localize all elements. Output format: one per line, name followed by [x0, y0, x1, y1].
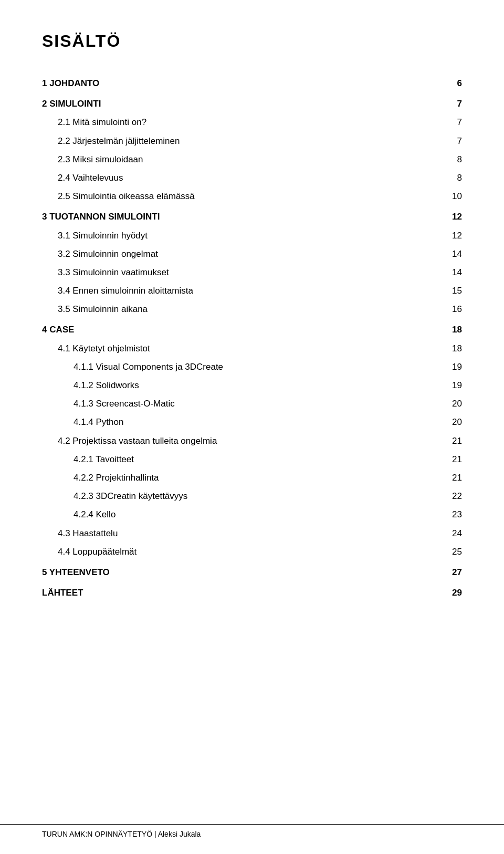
toc-label-item-4-2: 4.2 Projektissa vastaan tulleita ongelmi… [42, 432, 399, 450]
toc-page-item-3-2: 14 [399, 245, 462, 263]
toc-label-item-4-1-3: 4.1.3 Screencast-O-Matic [42, 394, 399, 413]
toc-row: 3.5 Simuloinnin aikana16 [42, 300, 462, 318]
toc-label-item-2-4: 2.4 Vaihtelevuus [42, 169, 399, 187]
toc-row: 2.2 Järjestelmän jäljitteleminen7 [42, 132, 462, 150]
toc-row: 4 CASE18 [42, 318, 462, 339]
toc-label-item-4-2-3: 4.2.3 3DCreatin käytettävyys [42, 487, 399, 505]
toc-row: 4.2.3 3DCreatin käytettävyys22 [42, 487, 462, 505]
toc-label-item-2-1: 2.1 Mitä simulointi on? [42, 113, 399, 131]
toc-page-item-4-1-3: 20 [399, 394, 462, 413]
toc-label-item-4: 4 CASE [42, 318, 399, 339]
toc-page-item-4: 18 [399, 318, 462, 339]
toc-page-item-4-2-2: 21 [399, 468, 462, 487]
toc-row: 3.3 Simuloinnin vaatimukset14 [42, 263, 462, 282]
toc-page-item-4-3: 24 [399, 524, 462, 543]
toc-label-item-2: 2 SIMULOINTI [42, 92, 399, 113]
toc-page-item-4-1-2: 19 [399, 376, 462, 394]
toc-row: 2.3 Miksi simuloidaan8 [42, 150, 462, 169]
toc-label-item-4-2-4: 4.2.4 Kello [42, 505, 399, 524]
toc-row: 4.2.2 Projektinhallinta21 [42, 468, 462, 487]
toc-row: 1 JOHDANTO6 [42, 72, 462, 92]
toc-label-item-3-3: 3.3 Simuloinnin vaatimukset [42, 263, 399, 282]
toc-row: 4.2.4 Kello23 [42, 505, 462, 524]
toc-page-item-4-2-3: 22 [399, 487, 462, 505]
toc-row: 2 SIMULOINTI7 [42, 92, 462, 113]
toc-row: 4.1.2 Solidworks19 [42, 376, 462, 394]
toc-page-item-5: 27 [399, 561, 462, 581]
toc-label-item-4-1-1: 4.1.1 Visual Components ja 3DCreate [42, 358, 399, 376]
toc-row: 3 TUOTANNON SIMULOINTI12 [42, 205, 462, 226]
toc-page-item-3-1: 12 [399, 226, 462, 245]
toc-page-item-4-2: 21 [399, 432, 462, 450]
toc-page-item-4-1-4: 20 [399, 413, 462, 431]
toc-page-item-4-4: 25 [399, 543, 462, 561]
toc-row: 3.4 Ennen simuloinnin aloittamista15 [42, 282, 462, 300]
toc-label-item-4-1-4: 4.1.4 Python [42, 413, 399, 431]
toc-row: 4.2.1 Tavoitteet21 [42, 450, 462, 468]
toc-row: 2.1 Mitä simulointi on?7 [42, 113, 462, 131]
toc-page-item-lahteet: 29 [399, 581, 462, 602]
toc-label-item-5: 5 YHTEENVETO [42, 561, 399, 581]
toc-label-item-1: 1 JOHDANTO [42, 72, 399, 92]
toc-label-item-4-1-2: 4.1.2 Solidworks [42, 376, 399, 394]
toc-page-item-4-1: 18 [399, 339, 462, 358]
toc-page-item-2-1: 7 [399, 113, 462, 131]
toc-label-item-3-4: 3.4 Ennen simuloinnin aloittamista [42, 282, 399, 300]
toc-row: 2.5 Simulointia oikeassa elämässä10 [42, 187, 462, 205]
toc-row: 4.4 Loppupäätelmät25 [42, 543, 462, 561]
footer: TURUN AMK:N OPINNÄYTETYÖ | Aleksi Jukala [0, 824, 504, 838]
toc-page-item-4-1-1: 19 [399, 358, 462, 376]
toc-label-item-4-1: 4.1 Käytetyt ohjelmistot [42, 339, 399, 358]
toc-label-item-4-2-1: 4.2.1 Tavoitteet [42, 450, 399, 468]
toc-row: 4.3 Haastattelu24 [42, 524, 462, 543]
page-container: SISÄLTÖ 1 JOHDANTO62 SIMULOINTI72.1 Mitä… [0, 0, 504, 854]
toc-row: 3.2 Simuloinnin ongelmat14 [42, 245, 462, 263]
toc-row: 2.4 Vaihtelevuus8 [42, 169, 462, 187]
toc-label-item-2-2: 2.2 Järjestelmän jäljitteleminen [42, 132, 399, 150]
toc-page-item-4-2-1: 21 [399, 450, 462, 468]
toc-label-item-3-5: 3.5 Simuloinnin aikana [42, 300, 399, 318]
toc-label-item-3-2: 3.2 Simuloinnin ongelmat [42, 245, 399, 263]
toc-row: 5 YHTEENVETO27 [42, 561, 462, 581]
toc-page-item-3-4: 15 [399, 282, 462, 300]
toc-row: 3.1 Simuloinnin hyödyt12 [42, 226, 462, 245]
toc-page-item-2-3: 8 [399, 150, 462, 169]
toc-label-item-lahteet: LÄHTEET [42, 581, 399, 602]
toc-label-item-2-3: 2.3 Miksi simuloidaan [42, 150, 399, 169]
toc-page-item-1: 6 [399, 72, 462, 92]
toc-row: 4.1.4 Python20 [42, 413, 462, 431]
toc-page-item-3-3: 14 [399, 263, 462, 282]
toc-page-item-3-5: 16 [399, 300, 462, 318]
toc-page-item-3: 12 [399, 205, 462, 226]
toc-label-item-2-5: 2.5 Simulointia oikeassa elämässä [42, 187, 399, 205]
toc-page-item-4-2-4: 23 [399, 505, 462, 524]
toc-label-item-4-3: 4.3 Haastattelu [42, 524, 399, 543]
toc-label-item-3: 3 TUOTANNON SIMULOINTI [42, 205, 399, 226]
toc-page-item-2-2: 7 [399, 132, 462, 150]
toc-label-item-4-4: 4.4 Loppupäätelmät [42, 543, 399, 561]
toc-table: 1 JOHDANTO62 SIMULOINTI72.1 Mitä simuloi… [42, 72, 462, 602]
toc-row: 4.1.1 Visual Components ja 3DCreate19 [42, 358, 462, 376]
footer-left: TURUN AMK:N OPINNÄYTETYÖ | Aleksi Jukala [42, 830, 201, 838]
toc-page-item-2-5: 10 [399, 187, 462, 205]
toc-label-item-3-1: 3.1 Simuloinnin hyödyt [42, 226, 399, 245]
toc-row: 4.2 Projektissa vastaan tulleita ongelmi… [42, 432, 462, 450]
toc-page-item-2-4: 8 [399, 169, 462, 187]
page-title: SISÄLTÖ [42, 32, 462, 51]
toc-row: 4.1.3 Screencast-O-Matic20 [42, 394, 462, 413]
toc-row: 4.1 Käytetyt ohjelmistot18 [42, 339, 462, 358]
toc-row: LÄHTEET29 [42, 581, 462, 602]
toc-page-item-2: 7 [399, 92, 462, 113]
footer-content: TURUN AMK:N OPINNÄYTETYÖ | Aleksi Jukala [42, 830, 462, 838]
toc-label-item-4-2-2: 4.2.2 Projektinhallinta [42, 468, 399, 487]
